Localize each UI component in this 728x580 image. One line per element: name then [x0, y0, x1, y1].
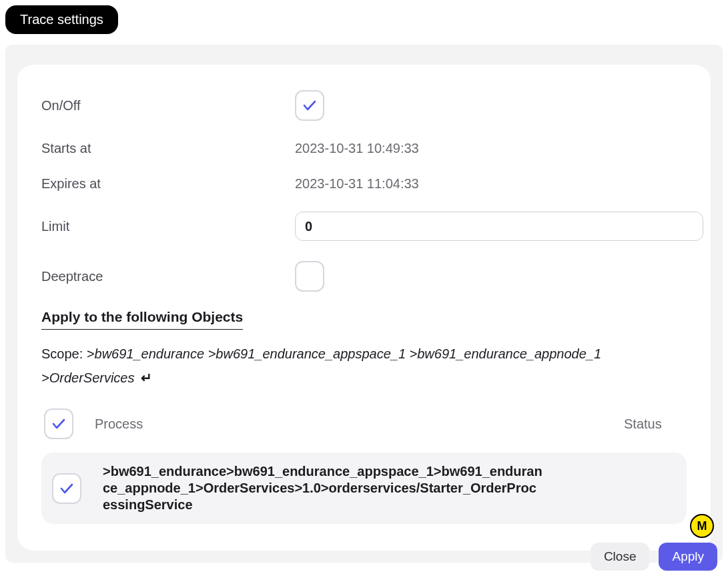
expires-value: 2023-10-31 11:04:33 — [295, 176, 687, 192]
onoff-checkbox[interactable] — [295, 90, 324, 121]
close-button[interactable]: Close — [591, 543, 650, 571]
row-process-path: >bw691_endurance>bw691_endurance_appspac… — [103, 463, 616, 513]
deeptrace-label: Deeptrace — [41, 269, 295, 284]
table-header: Process Status — [41, 408, 687, 453]
onoff-label: On/Off — [41, 98, 295, 113]
table-row: >bw691_endurance>bw691_endurance_appspac… — [41, 453, 687, 524]
row-onoff: On/Off — [41, 90, 687, 121]
expires-label: Expires at — [41, 176, 295, 192]
row-deeptrace: Deeptrace — [41, 261, 687, 292]
deeptrace-checkbox[interactable] — [295, 261, 324, 292]
scope-line: Scope: >bw691_endurance >bw691_endurance… — [41, 342, 687, 390]
m-badge: M — [690, 514, 714, 538]
select-all-checkbox[interactable] — [44, 408, 73, 439]
return-icon[interactable]: ↵ — [141, 370, 152, 385]
col-header-process: Process — [95, 416, 624, 432]
scope-label: Scope: — [41, 346, 87, 361]
page-title-chip: Trace settings — [5, 5, 118, 34]
apply-heading: Apply to the following Objects — [41, 309, 243, 330]
settings-panel: On/Off Starts at 2023-10-31 10:49:33 Exp… — [17, 65, 711, 551]
apply-button[interactable]: Apply — [659, 543, 717, 571]
check-icon — [59, 481, 75, 497]
col-header-status: Status — [624, 416, 684, 432]
apply-heading-wrap: Apply to the following Objects — [41, 309, 687, 342]
starts-label: Starts at — [41, 141, 295, 156]
row-expires: Expires at 2023-10-31 11:04:33 — [41, 176, 687, 192]
starts-value: 2023-10-31 10:49:33 — [295, 141, 687, 156]
limit-label: Limit — [41, 219, 295, 234]
row-limit: Limit — [41, 212, 687, 241]
scope-path: >bw691_endurance >bw691_endurance_appspa… — [41, 346, 601, 385]
check-icon — [302, 97, 318, 113]
row-starts: Starts at 2023-10-31 10:49:33 — [41, 141, 687, 156]
limit-input[interactable] — [295, 212, 703, 241]
row-checkbox[interactable] — [52, 473, 81, 504]
footer-actions: Close Apply — [591, 543, 717, 571]
settings-panel-outer: On/Off Starts at 2023-10-31 10:49:33 Exp… — [5, 45, 723, 563]
check-icon — [51, 416, 67, 432]
